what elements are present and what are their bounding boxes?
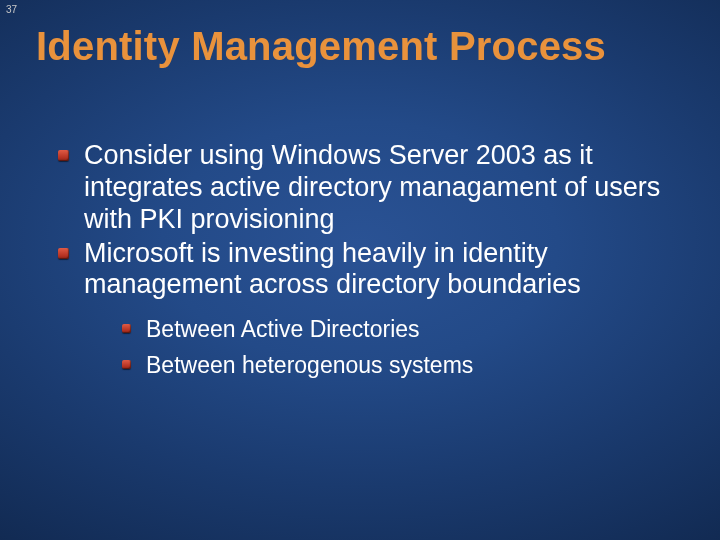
sub-bullet-item: Between Active Directories: [122, 313, 680, 345]
bullet-item: Consider using Windows Server 2003 as it…: [58, 140, 680, 236]
sub-bullet-text: Between heterogenous systems: [146, 352, 473, 378]
slide: 37 Identity Management Process Consider …: [0, 0, 720, 540]
page-number: 37: [6, 4, 17, 15]
slide-title: Identity Management Process: [36, 24, 690, 69]
bullet-list-level1: Consider using Windows Server 2003 as it…: [58, 140, 680, 382]
sub-bullet-item: Between heterogenous systems: [122, 349, 680, 381]
sub-bullet-text: Between Active Directories: [146, 316, 420, 342]
bullet-text: Consider using Windows Server 2003 as it…: [84, 140, 660, 234]
bullet-text: Microsoft is investing heavily in identi…: [84, 238, 581, 300]
bullet-item: Microsoft is investing heavily in identi…: [58, 238, 680, 382]
bullet-list-level2: Between Active Directories Between heter…: [84, 313, 680, 381]
slide-content: Consider using Windows Server 2003 as it…: [58, 140, 680, 386]
